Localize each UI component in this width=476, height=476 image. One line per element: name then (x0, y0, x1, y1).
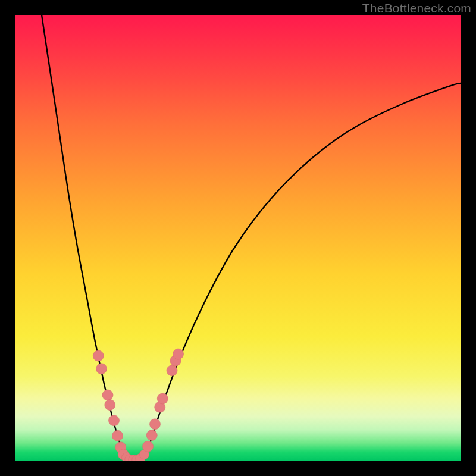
marker-dot (102, 390, 113, 400)
marker-dot (167, 365, 177, 376)
marker-dot (157, 393, 168, 404)
marker-dot (93, 350, 104, 361)
watermark-text: TheBottleneck.com (362, 1, 471, 15)
marker-dot (143, 441, 154, 452)
marker-dot (150, 419, 161, 430)
plot-area (15, 15, 461, 461)
chart-frame: TheBottleneck.com (0, 0, 476, 476)
marker-dot (105, 400, 115, 411)
marker-dot (96, 364, 107, 374)
marker-dot (112, 430, 123, 441)
marker-dot (146, 430, 157, 441)
curve-layer (15, 15, 461, 461)
marker-dot (109, 415, 120, 426)
marker-dot (173, 349, 184, 359)
marker-cluster (93, 349, 183, 461)
